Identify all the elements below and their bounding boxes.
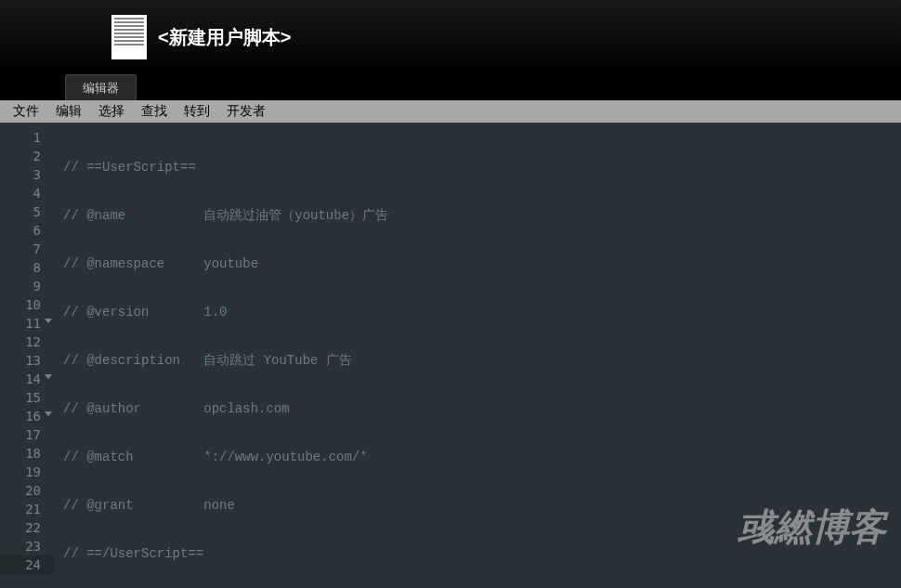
- tabs-row: 编辑器: [0, 74, 901, 100]
- script-title: <新建用户脚本>: [158, 25, 291, 50]
- menu-select[interactable]: 选择: [98, 103, 124, 120]
- menu-find[interactable]: 查找: [141, 103, 167, 120]
- line-number[interactable]: 3: [0, 165, 54, 184]
- line-number[interactable]: 7: [0, 240, 54, 258]
- menubar: 文件 编辑 选择 查找 转到 开发者: [0, 100, 901, 123]
- line-number[interactable]: 14: [0, 370, 54, 388]
- code-comment: // @grant none: [63, 498, 235, 513]
- line-number[interactable]: 1: [0, 128, 54, 147]
- code-editor[interactable]: 123456789101112131415161718192021222324 …: [0, 123, 901, 588]
- line-number[interactable]: 10: [0, 295, 54, 314]
- menu-file[interactable]: 文件: [13, 103, 39, 120]
- code-comment: // @author opclash.com: [63, 401, 290, 416]
- header: <新建用户脚本>: [0, 0, 901, 74]
- line-number[interactable]: 15: [0, 388, 54, 407]
- fold-marker-icon[interactable]: [45, 374, 52, 379]
- fold-marker-icon[interactable]: [45, 319, 52, 323]
- menu-goto[interactable]: 转到: [184, 103, 210, 120]
- code-area[interactable]: // ==UserScript== // @name 自动跳过油管（youtub…: [54, 123, 901, 588]
- code-comment: // @namespace youtube: [63, 256, 258, 271]
- line-number[interactable]: 23: [0, 537, 54, 555]
- line-number[interactable]: 21: [0, 500, 54, 518]
- line-number[interactable]: 17: [0, 425, 54, 444]
- document-icon: [111, 15, 147, 59]
- fold-marker-icon[interactable]: [45, 412, 52, 416]
- line-number[interactable]: 20: [0, 481, 54, 500]
- line-number[interactable]: 6: [0, 221, 54, 240]
- line-gutter[interactable]: 123456789101112131415161718192021222324: [0, 123, 54, 588]
- menu-developer[interactable]: 开发者: [227, 103, 266, 120]
- line-number[interactable]: 19: [0, 463, 54, 481]
- line-number[interactable]: 2: [0, 147, 54, 165]
- code-comment: // @name 自动跳过油管（youtube）广告: [63, 208, 388, 223]
- tab-editor[interactable]: 编辑器: [65, 74, 137, 100]
- code-comment: // @match *://www.youtube.com/*: [63, 450, 368, 464]
- line-number[interactable]: 22: [0, 518, 54, 537]
- line-number[interactable]: 12: [0, 333, 54, 351]
- line-number[interactable]: 24: [0, 555, 54, 574]
- line-number[interactable]: 13: [0, 351, 54, 370]
- line-number[interactable]: 9: [0, 277, 54, 295]
- line-number[interactable]: 16: [0, 407, 54, 425]
- code-comment: // @version 1.0: [63, 305, 227, 320]
- line-number[interactable]: 5: [0, 203, 54, 221]
- line-number[interactable]: 8: [0, 258, 54, 277]
- menu-edit[interactable]: 编辑: [56, 103, 82, 120]
- line-number[interactable]: 4: [0, 184, 54, 203]
- code-comment: // @description 自动跳过 YouTube 广告: [63, 353, 352, 368]
- code-comment: // ==/UserScript==: [63, 546, 203, 561]
- code-comment: // ==UserScript==: [63, 160, 196, 175]
- line-number[interactable]: 11: [0, 314, 54, 333]
- line-number[interactable]: 18: [0, 444, 54, 463]
